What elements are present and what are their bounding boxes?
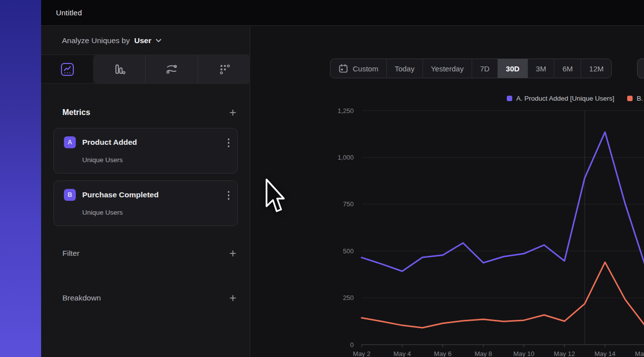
svg-text:May 14: May 14 [594, 350, 616, 357]
svg-text:750: 750 [343, 200, 354, 208]
tab-line-chart[interactable] [41, 55, 93, 83]
analyze-label: Analyze Uniques by [62, 36, 130, 45]
legend-label: B. Purchase Completed [Unique Users] [637, 95, 644, 102]
line-chart-icon [60, 62, 74, 76]
analyze-entity-dropdown[interactable]: User [134, 36, 151, 45]
chart-legend: A. Product Added [Unique Users] B. Purch… [507, 95, 644, 102]
page-background-strip [0, 0, 41, 357]
grid-dots-icon [218, 63, 231, 76]
svg-text:250: 250 [343, 294, 354, 301]
svg-text:May 10: May 10 [513, 350, 535, 357]
legend-item-b: B. Purchase Completed [Unique Users] [627, 95, 644, 102]
range-label: 3M [536, 64, 546, 73]
metric-badge-b: B [64, 189, 76, 201]
flows-icon [165, 62, 178, 76]
range-7d-button[interactable]: 7D [472, 59, 497, 78]
legend-item-a: A. Product Added [Unique Users] [507, 95, 614, 102]
kebab-menu-icon[interactable] [228, 138, 230, 147]
range-label: Today [395, 64, 415, 73]
filter-heading: Filter [62, 249, 79, 258]
report-title: Untitled [56, 8, 82, 17]
add-breakdown-button[interactable]: + [229, 293, 236, 303]
range-12m-button[interactable]: 12M [581, 59, 611, 78]
header-bar: Untitled [41, 0, 644, 26]
svg-text:May 12: May 12 [554, 350, 575, 357]
chevron-down-icon[interactable] [156, 39, 161, 43]
range-30d-button[interactable]: 30D [497, 59, 528, 78]
legend-label: A. Product Added [Unique Users] [516, 95, 614, 102]
main-content: Custom Today Yesterday 7D 30D 3M 6M 12M … [292, 26, 644, 357]
range-label: Custom [353, 64, 378, 73]
range-6m-button[interactable]: 6M [554, 59, 581, 78]
range-label: Yesterday [431, 64, 464, 73]
metric-card-b[interactable]: B Purchase Completed Unique Users [54, 180, 238, 226]
svg-text:May 2: May 2 [353, 350, 370, 357]
svg-text:May 16: May 16 [635, 350, 644, 357]
chart-type-tabs [41, 55, 250, 84]
tab-retention-grid[interactable] [198, 55, 250, 83]
metrics-heading: Metrics [62, 108, 90, 117]
metric-name: Purchase Completed [82, 190, 159, 199]
metric-subtitle: Unique Users [82, 209, 123, 216]
svg-text:May 4: May 4 [393, 350, 411, 357]
svg-text:0: 0 [350, 341, 354, 349]
svg-text:500: 500 [343, 247, 354, 255]
metrics-section-header: Metrics + [41, 102, 250, 123]
app-window: Untitled Analyze Uniques by User [41, 0, 644, 357]
mouse-cursor [264, 178, 285, 214]
svg-text:May 8: May 8 [475, 350, 492, 357]
range-label: 7D [480, 64, 489, 73]
breakdown-section-header: Breakdown + [41, 287, 250, 309]
range-label: 30D [506, 64, 520, 73]
range-label: 12M [589, 64, 603, 73]
add-metric-button[interactable]: + [229, 108, 236, 118]
bar-chart-icon [113, 63, 126, 76]
compare-button[interactable]: Compare [637, 59, 644, 78]
range-custom-button[interactable]: Custom [330, 59, 386, 78]
date-range-selector: Custom Today Yesterday 7D 30D 3M 6M 12M [330, 59, 612, 78]
svg-text:1,000: 1,000 [337, 154, 354, 161]
breakdown-heading: Breakdown [62, 294, 101, 302]
calendar-icon [338, 63, 348, 73]
kebab-menu-icon[interactable] [228, 191, 230, 200]
tab-flows[interactable] [145, 55, 198, 83]
legend-chip-purple [507, 96, 512, 101]
add-filter-button[interactable]: + [229, 248, 236, 258]
range-label: 6M [562, 64, 573, 73]
metric-subtitle: Unique Users [82, 156, 123, 164]
range-yesterday-button[interactable]: Yesterday [423, 59, 472, 78]
tab-bar-chart[interactable] [93, 55, 145, 83]
metric-badge-a: A [64, 136, 76, 148]
svg-text:May 6: May 6 [434, 350, 451, 357]
metric-card-a[interactable]: A Product Added Unique Users [54, 128, 238, 174]
analyze-uniques-row: Analyze Uniques by User [41, 26, 250, 55]
chart-area[interactable]: 02505007501,0001,250May 2May 4May 6May 8… [319, 104, 644, 357]
analysis-chart: 02505007501,0001,250May 2May 4May 6May 8… [319, 104, 644, 357]
svg-text:1,250: 1,250 [337, 107, 354, 115]
metric-name: Product Added [82, 138, 137, 147]
sidebar: Analyze Uniques by User [41, 26, 250, 357]
filter-section-header: Filter + [41, 242, 250, 264]
inactive-tab-group [93, 55, 250, 83]
legend-chip-orange [627, 96, 633, 101]
range-3m-button[interactable]: 3M [528, 59, 554, 78]
range-today-button[interactable]: Today [386, 59, 423, 78]
